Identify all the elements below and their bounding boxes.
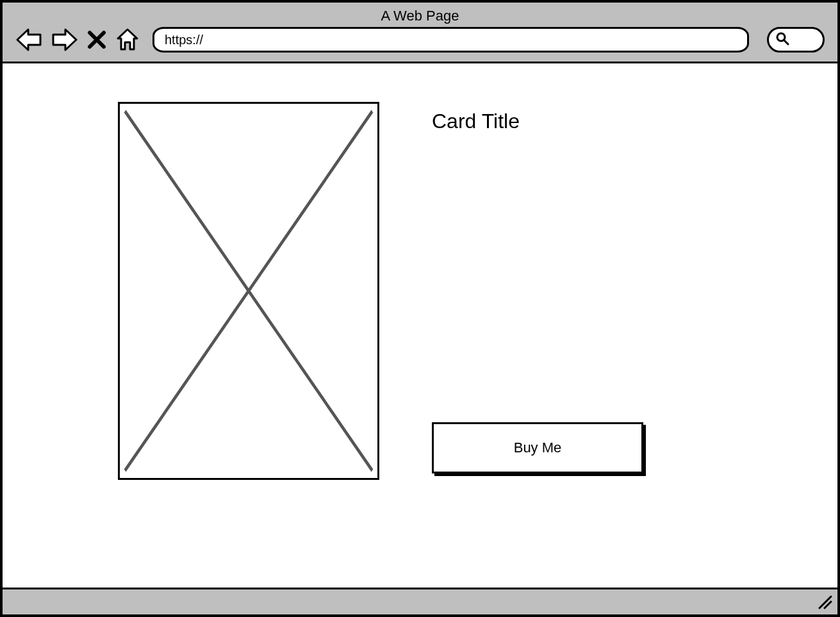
browser-toolbar (15, 27, 825, 53)
browser-chrome: A Web Page (3, 3, 837, 63)
product-card: Card Title Buy Me (118, 102, 643, 480)
page-title: A Web Page (15, 8, 825, 27)
page-content: Card Title Buy Me (3, 63, 837, 588)
product-image-placeholder (118, 102, 379, 480)
home-icon[interactable] (115, 28, 140, 52)
browser-window: A Web Page (0, 0, 840, 617)
resize-grip-icon[interactable] (816, 593, 832, 612)
buy-button[interactable]: Buy Me (432, 422, 643, 473)
search-button[interactable] (767, 27, 825, 53)
forward-arrow-icon[interactable] (51, 28, 78, 51)
search-icon (775, 31, 789, 48)
address-input[interactable] (165, 33, 737, 47)
address-bar[interactable] (152, 27, 749, 53)
stop-x-icon[interactable] (87, 30, 106, 49)
back-arrow-icon[interactable] (15, 28, 42, 51)
card-body: Card Title Buy Me (432, 102, 643, 480)
card-title: Card Title (432, 110, 643, 133)
status-bar (3, 588, 837, 614)
nav-icons-group (15, 28, 140, 52)
svg-line-1 (784, 40, 788, 44)
